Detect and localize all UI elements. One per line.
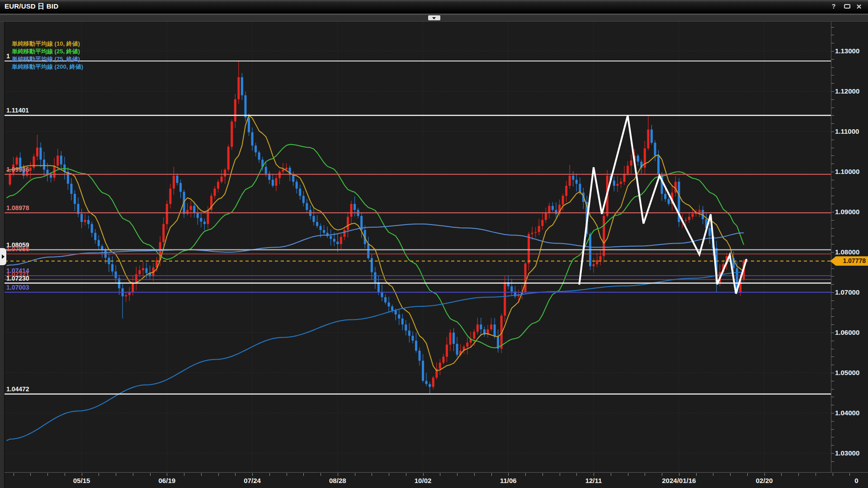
price-axis[interactable]: 1.130001.120001.110001.100001.090001.080… bbox=[831, 22, 868, 472]
y-axis-tick bbox=[831, 108, 834, 108]
legend-item: 単純移動平均線 (10, 終値) bbox=[12, 40, 83, 47]
chevron-down-icon bbox=[432, 17, 436, 19]
y-axis-tick bbox=[831, 341, 834, 341]
candlestick-chart[interactable] bbox=[0, 0, 868, 488]
x-axis-tick bbox=[218, 473, 219, 476]
x-axis-tick bbox=[389, 473, 389, 476]
y-axis-tick bbox=[831, 155, 834, 156]
help-icon: ? bbox=[832, 3, 836, 10]
help-button[interactable]: ? bbox=[828, 2, 839, 11]
y-axis-tick bbox=[831, 91, 834, 92]
x-axis-tick bbox=[65, 473, 65, 476]
y-axis-tick bbox=[831, 276, 834, 277]
gridlines bbox=[5, 22, 831, 472]
x-axis-tick bbox=[116, 473, 116, 476]
x-axis-tick bbox=[662, 473, 662, 476]
price-level-label: 1.09936 bbox=[6, 166, 29, 173]
y-axis-tick bbox=[831, 99, 834, 100]
x-axis-tick bbox=[833, 473, 833, 476]
x-axis-tick bbox=[372, 473, 372, 476]
x-axis-label: 12/11 bbox=[585, 477, 602, 484]
y-axis-tick bbox=[831, 148, 834, 148]
price-level-label: 1.07230 bbox=[6, 275, 29, 282]
price-level-label: 1.11401 bbox=[6, 107, 29, 114]
close-icon: ✕ bbox=[856, 3, 862, 10]
x-axis-tick bbox=[628, 473, 628, 476]
y-axis-tick bbox=[831, 27, 834, 28]
x-axis-tick bbox=[14, 473, 14, 476]
x-axis-tick bbox=[167, 473, 167, 476]
ma-line-75 bbox=[6, 224, 744, 266]
y-axis-tick bbox=[831, 373, 834, 373]
maximize-icon bbox=[844, 4, 850, 9]
toolbar-strip bbox=[0, 14, 868, 22]
y-axis-tick bbox=[831, 453, 834, 454]
y-axis-label: 1.05000 bbox=[835, 369, 859, 376]
x-axis-tick bbox=[235, 473, 236, 476]
y-axis-tick bbox=[831, 236, 834, 236]
close-button[interactable]: ✕ bbox=[854, 2, 864, 11]
y-axis-tick bbox=[831, 365, 834, 365]
y-axis-tick bbox=[831, 67, 834, 68]
y-axis-label: 1.12000 bbox=[835, 87, 859, 95]
price-level-label: 1.07956 bbox=[6, 245, 29, 253]
y-axis-tick bbox=[831, 43, 834, 43]
legend-item: 単純移動平均線 (200, 終値) bbox=[12, 63, 83, 70]
y-axis-label: 1.13000 bbox=[835, 47, 859, 55]
sidebar-expand-handle[interactable] bbox=[0, 248, 6, 265]
y-axis-tick bbox=[831, 172, 834, 172]
y-axis-label: 1.04000 bbox=[835, 409, 859, 417]
y-axis-tick bbox=[831, 51, 834, 52]
y-axis-tick bbox=[831, 405, 834, 405]
price-level-label: 1.07003 bbox=[6, 284, 29, 291]
y-axis-tick bbox=[831, 397, 834, 397]
y-axis-label: 1.03000 bbox=[835, 449, 859, 457]
x-axis-tick bbox=[798, 473, 799, 476]
x-axis-tick bbox=[406, 473, 406, 476]
y-axis-label: 1.11000 bbox=[835, 127, 859, 135]
x-axis-tick bbox=[338, 473, 338, 476]
y-axis-label: 1.10000 bbox=[835, 168, 859, 175]
y-axis-tick bbox=[831, 131, 834, 132]
x-axis-tick bbox=[133, 473, 133, 476]
legend-item: 単純移動平均線 (25, 終値) bbox=[12, 47, 83, 55]
x-axis-tick bbox=[645, 473, 645, 476]
y-axis-tick bbox=[831, 309, 834, 309]
x-axis-label: 2024/01/16 bbox=[662, 477, 696, 484]
y-axis-tick bbox=[831, 75, 834, 75]
zigzag-annotation[interactable] bbox=[579, 115, 746, 293]
x-axis-label: 05/15 bbox=[73, 477, 90, 484]
x-axis-tick bbox=[576, 473, 577, 476]
y-axis-tick bbox=[831, 252, 834, 253]
x-axis-tick bbox=[525, 473, 526, 476]
x-axis-tick bbox=[747, 473, 748, 476]
current-price-tag: 1.07778 bbox=[830, 256, 868, 266]
x-axis-label: 10/02 bbox=[415, 477, 432, 484]
x-axis-tick bbox=[816, 473, 816, 476]
y-axis-tick bbox=[831, 164, 834, 164]
y-axis-tick bbox=[831, 445, 834, 446]
toolbar-collapse-button[interactable] bbox=[428, 15, 440, 20]
y-axis-tick bbox=[831, 244, 834, 244]
y-axis-tick bbox=[831, 429, 834, 430]
x-axis-tick bbox=[474, 473, 475, 476]
y-axis-tick bbox=[831, 316, 834, 317]
x-axis-label: 07/24 bbox=[244, 477, 261, 484]
x-axis-tick bbox=[47, 473, 48, 476]
y-axis-tick bbox=[831, 324, 834, 325]
window-title: EUR/USD 日 BID bbox=[5, 2, 58, 11]
time-axis[interactable]: 05/1506/1907/2408/2810/0211/0612/112024/… bbox=[0, 472, 868, 488]
maximize-button[interactable] bbox=[842, 2, 853, 11]
y-axis-tick bbox=[831, 421, 834, 422]
x-axis-tick bbox=[491, 473, 492, 476]
x-axis-tick bbox=[560, 473, 560, 476]
x-axis-tick bbox=[287, 473, 287, 476]
y-axis-tick bbox=[831, 83, 834, 84]
y-axis-tick bbox=[831, 349, 834, 349]
x-axis-label: 0 bbox=[854, 477, 858, 484]
y-axis-tick bbox=[831, 204, 834, 204]
x-axis-tick bbox=[99, 473, 99, 476]
y-axis-tick bbox=[831, 292, 834, 293]
y-axis-tick bbox=[831, 300, 834, 301]
x-axis-tick bbox=[764, 473, 765, 476]
